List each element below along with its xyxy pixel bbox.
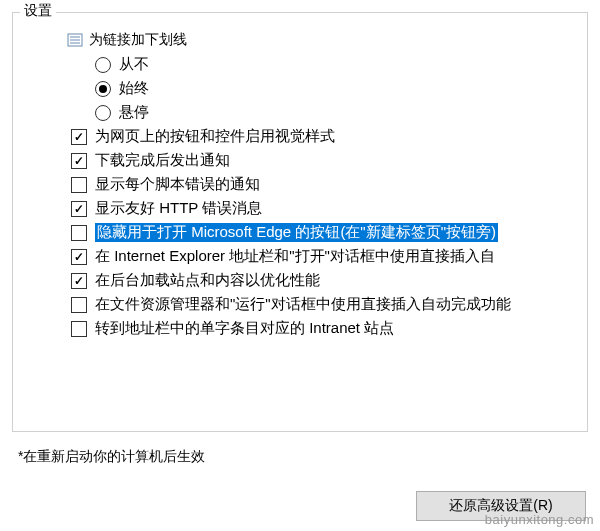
check-label: 在后台加载站点和内容以优化性能 bbox=[95, 271, 320, 290]
underline-links-label: 为链接加下划线 bbox=[89, 31, 187, 49]
checkbox-icon bbox=[71, 297, 87, 313]
radio-icon bbox=[95, 57, 111, 73]
check-label: 显示友好 HTTP 错误消息 bbox=[95, 199, 262, 218]
restore-advanced-button[interactable]: 还原高级设置(R) bbox=[416, 491, 586, 521]
check-download-notify[interactable]: 下载完成后发出通知 bbox=[71, 151, 577, 170]
settings-group: 为链接加下划线 从不 始终 悬停 为网页上的按钮和控件启用视觉样式 下载完成后发… bbox=[12, 12, 588, 432]
checkbox-icon bbox=[71, 153, 87, 169]
checkbox-icon bbox=[71, 177, 87, 193]
check-friendly-http[interactable]: 显示友好 HTTP 错误消息 bbox=[71, 199, 577, 218]
check-background-load[interactable]: 在后台加载站点和内容以优化性能 bbox=[71, 271, 577, 290]
radio-icon bbox=[95, 81, 111, 97]
check-hide-edge-button[interactable]: 隐藏用于打开 Microsoft Edge 的按钮(在"新建标签页"按钮旁) bbox=[71, 223, 577, 242]
check-label: 为网页上的按钮和控件启用视觉样式 bbox=[95, 127, 335, 146]
check-label: 转到地址栏中的单字条目对应的 Intranet 站点 bbox=[95, 319, 394, 338]
settings-tree: 为链接加下划线 从不 始终 悬停 为网页上的按钮和控件启用视觉样式 下载完成后发… bbox=[31, 31, 577, 338]
document-icon bbox=[67, 32, 83, 48]
checkbox-icon bbox=[71, 225, 87, 241]
checkbox-icon bbox=[71, 129, 87, 145]
group-title: 设置 bbox=[20, 2, 56, 20]
checkbox-icon bbox=[71, 273, 87, 289]
restart-footnote: *在重新启动你的计算机后生效 bbox=[18, 448, 205, 466]
check-label: 显示每个脚本错误的通知 bbox=[95, 175, 260, 194]
underline-radio-group: 从不 始终 悬停 bbox=[71, 55, 577, 122]
check-label: 下载完成后发出通知 bbox=[95, 151, 230, 170]
button-bar: 还原高级设置(R) bbox=[416, 491, 586, 521]
checkbox-icon bbox=[71, 249, 87, 265]
radio-hover[interactable]: 悬停 bbox=[95, 103, 577, 122]
check-intranet-single-word[interactable]: 转到地址栏中的单字条目对应的 Intranet 站点 bbox=[71, 319, 577, 338]
checkbox-icon bbox=[71, 321, 87, 337]
radio-always[interactable]: 始终 bbox=[95, 79, 577, 98]
check-label: 在文件资源管理器和"运行"对话框中使用直接插入自动完成功能 bbox=[95, 295, 511, 314]
radio-icon bbox=[95, 105, 111, 121]
underline-links-header: 为链接加下划线 bbox=[67, 31, 577, 49]
check-ie-inline-autocomplete[interactable]: 在 Internet Explorer 地址栏和"打开"对话框中使用直接插入自 bbox=[71, 247, 577, 266]
check-label: 在 Internet Explorer 地址栏和"打开"对话框中使用直接插入自 bbox=[95, 247, 495, 266]
radio-label: 始终 bbox=[119, 79, 149, 98]
check-script-error-notify[interactable]: 显示每个脚本错误的通知 bbox=[71, 175, 577, 194]
radio-never[interactable]: 从不 bbox=[95, 55, 577, 74]
radio-label: 从不 bbox=[119, 55, 149, 74]
radio-label: 悬停 bbox=[119, 103, 149, 122]
checkbox-icon bbox=[71, 201, 87, 217]
check-explorer-run-autocomplete[interactable]: 在文件资源管理器和"运行"对话框中使用直接插入自动完成功能 bbox=[71, 295, 577, 314]
check-label: 隐藏用于打开 Microsoft Edge 的按钮(在"新建标签页"按钮旁) bbox=[95, 223, 498, 242]
check-visual-styles[interactable]: 为网页上的按钮和控件启用视觉样式 bbox=[71, 127, 577, 146]
